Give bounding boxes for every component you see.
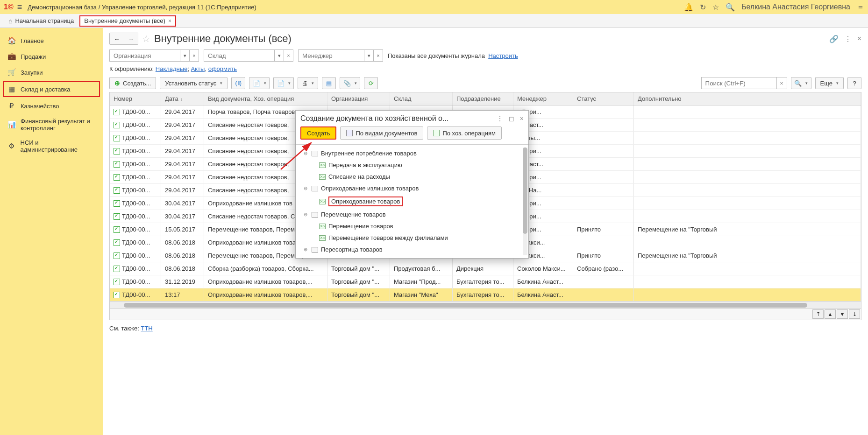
col-header-status[interactable]: Статус (573, 92, 634, 105)
attach-button[interactable]: 📎▾ (340, 77, 360, 89)
filter-mgr[interactable]: ▾ × (298, 49, 383, 62)
clear-search-icon[interactable]: × (776, 77, 787, 89)
tab-close-icon[interactable]: × (168, 18, 171, 24)
expander-icon[interactable]: ⊖ (302, 212, 309, 217)
sidebar: 🏠Главное💼Продажи🛒Закупки▦Склад и доставк… (0, 28, 103, 435)
sidebar-item[interactable]: 🛒Закупки (0, 64, 103, 80)
col-header-vid[interactable]: Вид документа, Хоз. операция (204, 92, 327, 105)
barcode-button[interactable]: (⦀) (231, 77, 245, 89)
clear-icon[interactable]: × (284, 50, 293, 61)
sidebar-item[interactable]: 💼Продажи (0, 49, 103, 64)
grid-nav-top[interactable]: ⤒ (812, 309, 824, 319)
dialog-title: Создание документа по хозяйственной о... (300, 114, 497, 123)
dialog-create-button[interactable]: Создать (300, 126, 336, 140)
kebab-icon[interactable]: ⋮ (844, 35, 852, 43)
menu-icon[interactable]: ≡ (17, 2, 22, 12)
dialog-close-icon[interactable]: × (520, 115, 524, 122)
history-icon[interactable]: ↻ (700, 3, 706, 12)
dropdown-icon[interactable]: ▾ (180, 50, 189, 61)
nav-forward-button[interactable]: → (124, 33, 138, 44)
tree-scrollbar[interactable] (523, 147, 527, 255)
bell-icon[interactable]: 🔔 (684, 3, 693, 12)
filter-org[interactable]: ▾ × (109, 49, 199, 62)
print-button[interactable]: 🖨▾ (298, 77, 318, 89)
doc-status-icon (114, 226, 120, 233)
filter-sklad[interactable]: ▾ × (204, 49, 293, 62)
expander-icon[interactable]: ⊕ (302, 247, 309, 252)
ttn-link[interactable]: ТТН (141, 325, 152, 332)
configure-link[interactable]: Настроить (488, 52, 518, 59)
sidebar-item[interactable]: ₽Казначейство (0, 98, 103, 114)
star-icon[interactable]: ☆ (712, 3, 719, 12)
grid-nav-down[interactable]: ▼ (837, 309, 848, 319)
favorite-star-icon[interactable]: ☆ (142, 33, 150, 44)
reports-button[interactable]: ▤ (322, 77, 336, 89)
set-status-button[interactable]: Установить статус ▾ (160, 77, 228, 89)
dropdown-icon[interactable]: ▾ (274, 50, 284, 61)
dialog-kebab-icon[interactable]: ⋮ (497, 115, 503, 122)
clear-icon[interactable]: × (373, 50, 383, 61)
sidebar-item[interactable]: ⚙НСИ и администрирование (0, 135, 103, 157)
tree-leaf[interactable]: ХоСписание на расходы (296, 171, 528, 182)
sidebar-item[interactable]: ▦Склад и доставка (3, 81, 100, 97)
col-header-date[interactable]: Дата↓ (161, 92, 204, 105)
tab-home[interactable]: ⌂ Начальная страница (3, 14, 79, 28)
link-icon[interactable]: 🔗 (829, 35, 839, 43)
table-row[interactable]: ТД00-00... 31.12.2019 Оприходование изли… (110, 275, 861, 288)
home-icon: ⌂ (8, 17, 12, 25)
filter-sklad-input[interactable] (204, 50, 274, 61)
clear-icon[interactable]: × (189, 50, 199, 61)
user-name[interactable]: Белкина Анастасия Георгиевна (741, 3, 850, 11)
grid-nav-up[interactable]: ▲ (825, 309, 836, 319)
sidebar-item[interactable]: 📊Финансовый результат и контроллинг (0, 114, 103, 135)
table-row[interactable]: ТД00-00... 13:17 Оприходование излишков … (110, 288, 861, 302)
op-icon (433, 130, 440, 136)
doc-status-icon (114, 279, 120, 285)
dialog-by-ops-button[interactable]: По хоз. операциям (427, 126, 501, 140)
search-icon[interactable]: 🔍 (726, 3, 735, 12)
col-header-org[interactable]: Организация (327, 92, 390, 105)
equals-icon[interactable]: ＝ (857, 2, 864, 12)
col-header-podr[interactable]: Подразделение (453, 92, 513, 105)
horizontal-scrollbar[interactable] (110, 302, 861, 308)
create-button[interactable]: ⊕ Создать... (109, 77, 156, 89)
col-header-mgr[interactable]: Менеджер (513, 92, 573, 105)
more-button[interactable]: Еще ▾ (815, 77, 844, 89)
link-akty[interactable]: Акты (191, 65, 205, 72)
create-dialog: Создание документа по хозяйственной о...… (295, 110, 529, 259)
col-header-number[interactable]: Номер (110, 92, 161, 105)
tree-leaf[interactable]: ХоПередача в эксплуатацию (296, 159, 528, 171)
dialog-maximize-icon[interactable]: ◻ (509, 115, 514, 122)
help-button[interactable]: ? (847, 77, 861, 89)
tab-active[interactable]: Внутренние документы (все) × (79, 15, 176, 27)
tree-folder[interactable]: ⊖Внутреннее потребление товаров (296, 147, 528, 159)
tree-folder[interactable]: ⊖Оприходование излишков товаров (296, 182, 528, 194)
dropdown-icon[interactable]: ▾ (364, 50, 373, 61)
tree-leaf[interactable]: ХоОприходование товаров (296, 194, 528, 209)
table-row[interactable]: ТД00-00... 08.06.2018 Сборка (разборка) … (110, 262, 861, 275)
tree-leaf[interactable]: ХоПеремещение товаров между филиалами (296, 232, 528, 244)
edo-button[interactable]: 📄▾ (273, 77, 294, 89)
search-input[interactable] (702, 77, 776, 89)
find-button[interactable]: 🔍▾ (791, 77, 811, 89)
tree-leaf[interactable]: ХоПеремещение товаров (296, 220, 528, 232)
filter-org-input[interactable] (110, 50, 180, 61)
expander-icon[interactable]: ⊖ (302, 186, 309, 191)
grid-nav-bottom[interactable]: ⤓ (849, 309, 860, 319)
link-nakladnye[interactable]: Накладные (156, 65, 188, 72)
refresh-button[interactable]: ⟳ (364, 77, 378, 89)
dialog-by-types-button[interactable]: По видам документов (340, 126, 423, 140)
link-oformit[interactable]: оформить (208, 65, 237, 72)
expander-icon[interactable]: ⊖ (302, 151, 309, 156)
tree-folder[interactable]: ⊕Пересортица товаров (296, 244, 528, 255)
close-page-icon[interactable]: × (857, 35, 861, 43)
search-box[interactable]: × (701, 77, 787, 89)
nav-back-button[interactable]: ← (110, 33, 124, 44)
col-header-dop[interactable]: Дополнительно (634, 92, 861, 105)
tree-folder[interactable]: ⊖Перемещение товаров (296, 209, 528, 220)
dt-button[interactable]: 📄▾ (249, 77, 270, 89)
page-header: ← → ☆ Внутренние документы (все) 🔗 ⋮ × (109, 33, 861, 45)
filter-mgr-input[interactable] (299, 50, 364, 61)
sidebar-item[interactable]: 🏠Главное (0, 33, 103, 49)
col-header-sklad[interactable]: Склад (390, 92, 453, 105)
